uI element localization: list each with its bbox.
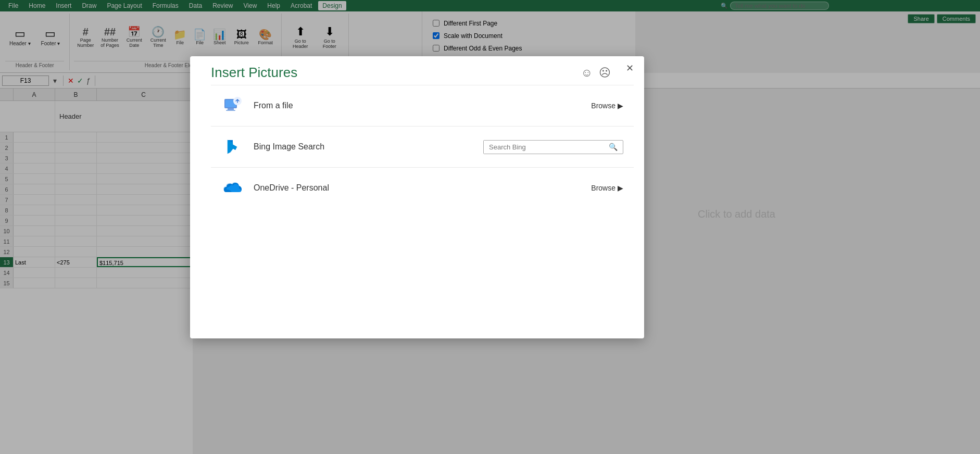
onedrive-browse-label: Browse xyxy=(591,184,615,192)
modal-close-button[interactable]: ✕ xyxy=(622,60,638,76)
insert-pictures-dialog: ✕ Insert Pictures ☺ ☹ From a file xyxy=(190,56,644,338)
from-file-browse-arrow: ▶ xyxy=(618,102,623,110)
from-file-label: From a file xyxy=(254,101,581,110)
from-file-browse-label: Browse xyxy=(591,102,615,110)
bing-search-label: Bing Image Search xyxy=(254,142,473,152)
onedrive-browse-link[interactable]: Browse ▶ xyxy=(591,184,623,192)
onedrive-label: OneDrive - Personal xyxy=(254,183,581,193)
modal-feedback-icons: ☺ ☹ xyxy=(581,66,611,80)
modal-title: Insert Pictures xyxy=(211,65,297,81)
onedrive-browse-arrow: ▶ xyxy=(618,184,623,192)
from-file-item: From a file Browse ▶ xyxy=(211,85,634,126)
bing-search-box: 🔍 xyxy=(483,140,623,154)
modal-body: From a file Browse ▶ Bing Image Search 🔍 xyxy=(190,85,644,338)
onedrive-icon xyxy=(221,177,243,199)
happy-face-icon[interactable]: ☺ xyxy=(581,66,593,80)
from-file-browse-link[interactable]: Browse ▶ xyxy=(591,102,623,110)
bing-search-item: Bing Image Search 🔍 xyxy=(211,126,634,167)
modal-header: Insert Pictures ☺ ☹ xyxy=(190,56,644,85)
svg-rect-3 xyxy=(226,110,235,111)
bing-search-input[interactable] xyxy=(484,141,604,154)
bing-icon xyxy=(221,136,243,158)
from-file-icon xyxy=(221,95,243,117)
sad-face-icon[interactable]: ☹ xyxy=(599,66,611,80)
svg-rect-2 xyxy=(228,108,234,110)
bing-search-button[interactable]: 🔍 xyxy=(604,141,623,153)
onedrive-item: OneDrive - Personal Browse ▶ xyxy=(211,167,634,208)
